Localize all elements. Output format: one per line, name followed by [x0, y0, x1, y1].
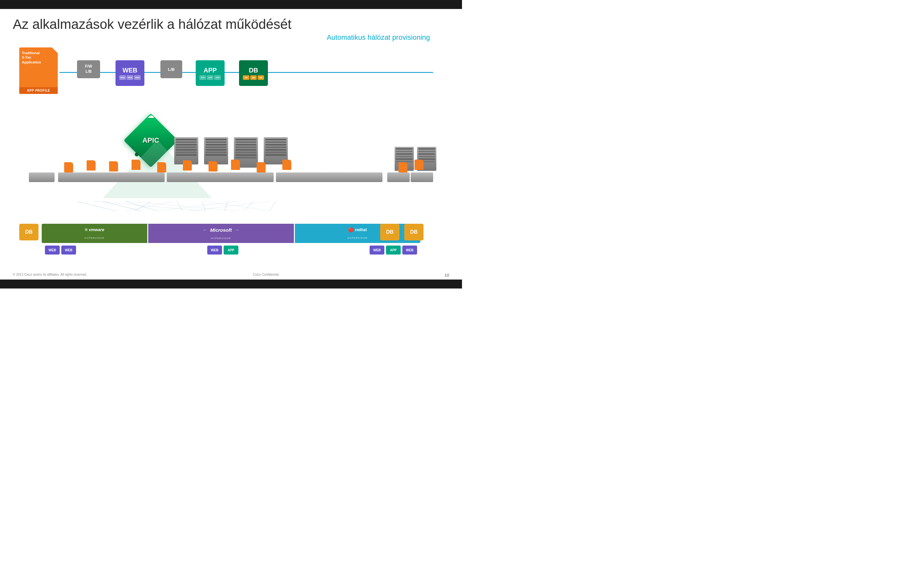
svg-line-10 [270, 201, 276, 211]
fabric-switch-main1 [58, 172, 165, 182]
rack-line [265, 152, 286, 153]
rack-line [236, 147, 256, 148]
app-profile-footer: APP PROFILE [19, 87, 58, 94]
bottom-bar [0, 279, 462, 288]
web-mini-2: WEB [127, 75, 133, 80]
rack-line [176, 147, 197, 148]
standalone-db-right2: DB [404, 224, 423, 240]
vmware-label: vmware [89, 227, 104, 232]
microsoft-sublabel: HYPERVISOR [211, 237, 231, 240]
app-label: APP [204, 67, 216, 74]
web-mini-3: WEB [134, 75, 141, 80]
hypervisor-vmware: ⊞ vmware HYPERVISOR [42, 224, 147, 243]
vmware-sublabel: HYPERVISOR [84, 237, 104, 239]
rack-line [396, 151, 413, 152]
slide-title: Az alkalmazások vezérlik a hálózat működ… [13, 17, 449, 32]
redhat-sublabel: HYPERVISOR [347, 237, 367, 239]
rack-line [236, 149, 256, 151]
fabric-switch-left [29, 172, 55, 182]
hypervisor-redhat: 🔴 redhat HYPERVISOR [295, 224, 420, 243]
app-mini-row: APP APP APP [200, 75, 221, 80]
rack-line [206, 154, 226, 156]
rack-line [418, 151, 435, 152]
svg-line-16 [189, 201, 270, 211]
rack-line [265, 149, 286, 151]
microsoft-label: Microsoft [210, 227, 232, 233]
vm-web-1: WEB [45, 245, 60, 255]
redhat-icon: 🔴 [348, 227, 354, 232]
svg-line-4 [125, 201, 157, 211]
db-mini-row: DB DB DB [243, 75, 264, 80]
app-box: APP APP APP APP [196, 60, 225, 86]
rack-line [206, 139, 226, 140]
web-mini-1: WEB [120, 75, 126, 80]
app-doc-10 [282, 160, 291, 170]
svg-line-8 [225, 201, 228, 211]
rack-line [176, 149, 197, 151]
footer: © 2013 Cisco and/or its affiliates. All … [0, 273, 462, 277]
rack-line [206, 149, 226, 151]
redhat-logo-container: 🔴 redhat [348, 227, 367, 232]
svg-line-2 [77, 201, 115, 211]
web-mini-row: WEB WEB WEB [120, 75, 141, 80]
rack-line [265, 154, 286, 156]
server-2 [204, 137, 228, 164]
tier-db: DB DB DB DB [239, 60, 268, 86]
apic-cloud-icon: ☁ [147, 111, 154, 120]
redhat-label: redhat [355, 227, 367, 232]
app-doc-7 [208, 161, 218, 171]
app-doc-11 [399, 162, 407, 172]
app-mini-1: APP [200, 75, 206, 80]
rack-line [418, 153, 435, 155]
app-doc-3 [109, 161, 118, 171]
svg-line-6 [176, 201, 183, 211]
web-box: WEB WEB WEB WEB [115, 60, 144, 86]
app-mini-2: APP [207, 75, 213, 80]
copyright-text: © 2013 Cisco and/or its affiliates. All … [13, 273, 87, 277]
rack-line [176, 141, 197, 143]
microsoft-vms: WEB APP [207, 245, 238, 255]
svg-line-5 [135, 201, 151, 211]
lb-box: L/B [160, 60, 182, 78]
vm-web-2: WEB [61, 245, 76, 255]
rack-line [265, 139, 286, 140]
app-profile-title: Traditional3-TierApplication [22, 51, 55, 64]
svg-line-14 [157, 201, 237, 211]
rack-line [396, 148, 413, 150]
rack-line [236, 144, 256, 145]
tier-app: APP APP APP APP [196, 60, 225, 86]
rack-line [236, 157, 256, 158]
svg-line-7 [202, 201, 205, 211]
rack-line [176, 154, 197, 156]
rack-line [206, 152, 226, 153]
db-label: DB [249, 67, 258, 74]
app-doc-6 [183, 160, 192, 171]
redhat-vms: WEB APP WEB [370, 245, 417, 255]
vm-web-4: WEB [370, 245, 384, 255]
rack-line [396, 158, 413, 160]
vmware-logo-container: ⊞ vmware [85, 227, 104, 232]
rack-line [206, 144, 226, 145]
fabric-switch-main2 [167, 172, 273, 182]
fw-box: F/WL/B [77, 60, 100, 78]
svg-line-3 [103, 201, 141, 211]
rack-line [176, 152, 197, 153]
standalone-db-right1: DB [380, 224, 399, 240]
rack-line [176, 144, 197, 145]
slide-subtitle: Automatikus hálózat provisioning [13, 33, 430, 42]
vm-app-2: APP [386, 245, 401, 255]
vm-row: WEB WEB WEB APP WEB APP WEB [39, 245, 423, 255]
slide-number: 10 [445, 273, 449, 277]
app-doc-1 [64, 162, 73, 172]
fabric-switch-main3 [276, 172, 383, 182]
rack-line [236, 154, 256, 156]
app-profile-card: Traditional3-TierApplication APP PROFILE [19, 47, 58, 94]
vmware-vms: WEB WEB [45, 245, 76, 255]
rack-line [206, 147, 226, 148]
svg-line-12 [125, 201, 237, 211]
db-box: DB DB DB DB [239, 60, 268, 86]
arrow-right: → [234, 227, 239, 233]
rack-line [265, 144, 286, 145]
standalone-db-left: DB [19, 224, 39, 240]
tier-web: WEB WEB WEB WEB [115, 60, 144, 86]
